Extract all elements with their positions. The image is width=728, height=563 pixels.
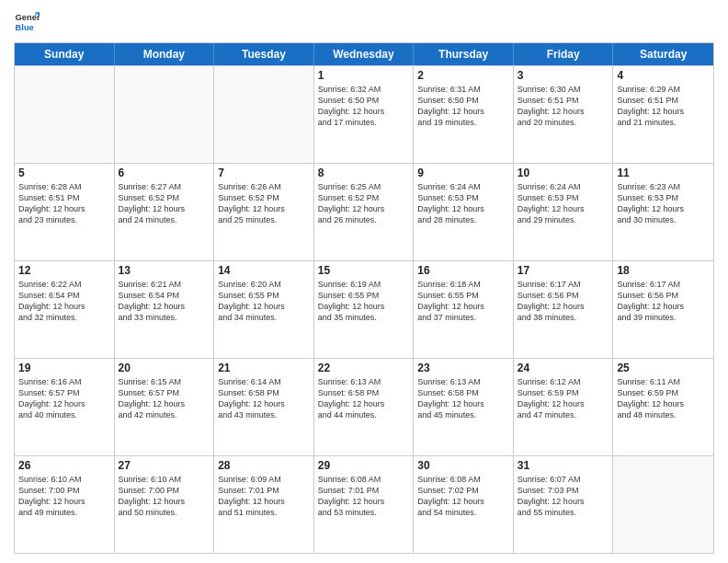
calendar-cell: 26Sunrise: 6:10 AM Sunset: 7:00 PM Dayli…	[15, 456, 115, 553]
calendar-cell: 10Sunrise: 6:24 AM Sunset: 6:53 PM Dayli…	[514, 164, 614, 260]
cell-day-number: 27	[119, 459, 210, 472]
cell-day-number: 6	[119, 167, 210, 179]
calendar-row: 12Sunrise: 6:22 AM Sunset: 6:54 PM Dayli…	[15, 260, 713, 358]
cell-day-number: 18	[617, 264, 710, 277]
cell-info: Sunrise: 6:18 AM Sunset: 6:55 PM Dayligh…	[417, 279, 509, 324]
calendar: SundayMondayTuesdayWednesdayThursdayFrid…	[14, 42, 714, 554]
calendar-cell: 22Sunrise: 6:13 AM Sunset: 6:58 PM Dayli…	[314, 359, 415, 455]
calendar-cell: 30Sunrise: 6:08 AM Sunset: 7:02 PM Dayli…	[414, 456, 514, 553]
calendar-cell: 27Sunrise: 6:10 AM Sunset: 7:00 PM Dayli…	[115, 456, 215, 553]
cell-info: Sunrise: 6:27 AM Sunset: 6:52 PM Dayligh…	[119, 181, 210, 226]
cell-day-number: 29	[318, 459, 410, 472]
cell-info: Sunrise: 6:16 AM Sunset: 6:57 PM Dayligh…	[18, 376, 110, 421]
cell-day-number: 24	[518, 362, 609, 374]
cell-day-number: 4	[617, 69, 710, 82]
cell-day-number: 1	[318, 69, 410, 82]
calendar-cell: 2Sunrise: 6:31 AM Sunset: 6:50 PM Daylig…	[414, 66, 514, 163]
calendar-cell: 16Sunrise: 6:18 AM Sunset: 6:55 PM Dayli…	[414, 261, 514, 358]
header: GeneralBlue	[14, 9, 714, 35]
calendar-row: 19Sunrise: 6:16 AM Sunset: 6:57 PM Dayli…	[15, 358, 713, 455]
cell-info: Sunrise: 6:13 AM Sunset: 6:58 PM Dayligh…	[318, 376, 410, 421]
cell-day-number: 23	[417, 362, 509, 374]
cell-day-number: 9	[417, 167, 509, 179]
calendar-cell: 7Sunrise: 6:26 AM Sunset: 6:52 PM Daylig…	[214, 164, 314, 260]
calendar-cell: 25Sunrise: 6:11 AM Sunset: 6:59 PM Dayli…	[613, 359, 713, 455]
cell-info: Sunrise: 6:21 AM Sunset: 6:54 PM Dayligh…	[119, 279, 210, 324]
cell-day-number: 28	[218, 459, 310, 472]
calendar-cell: 8Sunrise: 6:25 AM Sunset: 6:52 PM Daylig…	[314, 164, 415, 260]
logo: GeneralBlue	[14, 9, 40, 35]
calendar-header: SundayMondayTuesdayWednesdayThursdayFrid…	[15, 43, 713, 65]
cell-info: Sunrise: 6:15 AM Sunset: 6:57 PM Dayligh…	[119, 376, 210, 421]
page: GeneralBlue SundayMondayTuesdayWednesday…	[0, 0, 728, 563]
cell-info: Sunrise: 6:24 AM Sunset: 6:53 PM Dayligh…	[518, 181, 609, 226]
cell-day-number: 7	[218, 167, 310, 179]
calendar-cell: 21Sunrise: 6:14 AM Sunset: 6:58 PM Dayli…	[214, 359, 314, 455]
calendar-body: 1Sunrise: 6:32 AM Sunset: 6:50 PM Daylig…	[15, 65, 713, 553]
calendar-cell: 31Sunrise: 6:07 AM Sunset: 7:03 PM Dayli…	[514, 456, 614, 553]
cell-day-number: 8	[318, 167, 410, 179]
cell-day-number: 16	[417, 264, 509, 277]
cell-info: Sunrise: 6:23 AM Sunset: 6:53 PM Dayligh…	[617, 181, 710, 226]
cell-info: Sunrise: 6:24 AM Sunset: 6:53 PM Dayligh…	[417, 181, 509, 226]
cell-day-number: 13	[119, 264, 210, 277]
calendar-cell: 5Sunrise: 6:28 AM Sunset: 6:51 PM Daylig…	[15, 164, 115, 260]
calendar-cell: 18Sunrise: 6:17 AM Sunset: 6:56 PM Dayli…	[613, 261, 713, 358]
cell-info: Sunrise: 6:08 AM Sunset: 7:02 PM Dayligh…	[417, 474, 509, 519]
calendar-cell: 4Sunrise: 6:29 AM Sunset: 6:51 PM Daylig…	[613, 66, 713, 163]
cell-info: Sunrise: 6:26 AM Sunset: 6:52 PM Dayligh…	[218, 181, 310, 226]
cell-info: Sunrise: 6:09 AM Sunset: 7:01 PM Dayligh…	[218, 474, 310, 519]
cell-info: Sunrise: 6:14 AM Sunset: 6:58 PM Dayligh…	[218, 376, 310, 421]
cell-day-number: 26	[18, 459, 110, 472]
cell-day-number: 30	[417, 459, 509, 472]
cell-day-number: 12	[18, 264, 110, 277]
calendar-cell: 12Sunrise: 6:22 AM Sunset: 6:54 PM Dayli…	[15, 261, 115, 358]
svg-text:Blue: Blue	[16, 23, 34, 32]
cell-info: Sunrise: 6:22 AM Sunset: 6:54 PM Dayligh…	[18, 279, 110, 324]
calendar-cell: 14Sunrise: 6:20 AM Sunset: 6:55 PM Dayli…	[214, 261, 314, 358]
calendar-cell: 9Sunrise: 6:24 AM Sunset: 6:53 PM Daylig…	[414, 164, 514, 260]
logo-icon: GeneralBlue	[14, 9, 40, 35]
calendar-cell: 1Sunrise: 6:32 AM Sunset: 6:50 PM Daylig…	[314, 66, 415, 163]
cell-info: Sunrise: 6:10 AM Sunset: 7:00 PM Dayligh…	[18, 474, 110, 519]
calendar-cell: 23Sunrise: 6:13 AM Sunset: 6:58 PM Dayli…	[414, 359, 514, 455]
calendar-row: 1Sunrise: 6:32 AM Sunset: 6:50 PM Daylig…	[15, 65, 713, 163]
calendar-cell: 28Sunrise: 6:09 AM Sunset: 7:01 PM Dayli…	[214, 456, 314, 553]
calendar-cell	[115, 66, 215, 163]
cell-info: Sunrise: 6:20 AM Sunset: 6:55 PM Dayligh…	[218, 279, 310, 324]
calendar-cell	[214, 66, 314, 163]
cell-day-number: 2	[417, 69, 509, 82]
cell-day-number: 11	[617, 167, 710, 179]
cell-day-number: 14	[218, 264, 310, 277]
cell-info: Sunrise: 6:31 AM Sunset: 6:50 PM Dayligh…	[417, 84, 509, 129]
cell-info: Sunrise: 6:12 AM Sunset: 6:59 PM Dayligh…	[518, 376, 609, 421]
cell-info: Sunrise: 6:13 AM Sunset: 6:58 PM Dayligh…	[417, 376, 509, 421]
cell-info: Sunrise: 6:28 AM Sunset: 6:51 PM Dayligh…	[18, 181, 110, 226]
cell-day-number: 21	[218, 362, 310, 374]
calendar-cell: 13Sunrise: 6:21 AM Sunset: 6:54 PM Dayli…	[115, 261, 215, 358]
cell-info: Sunrise: 6:07 AM Sunset: 7:03 PM Dayligh…	[518, 474, 609, 519]
calendar-cell: 6Sunrise: 6:27 AM Sunset: 6:52 PM Daylig…	[115, 164, 215, 260]
calendar-cell	[613, 456, 713, 553]
cell-info: Sunrise: 6:25 AM Sunset: 6:52 PM Dayligh…	[318, 181, 410, 226]
weekday-header: Thursday	[414, 43, 514, 65]
cell-day-number: 5	[18, 167, 110, 179]
cell-info: Sunrise: 6:17 AM Sunset: 6:56 PM Dayligh…	[617, 279, 710, 324]
cell-info: Sunrise: 6:29 AM Sunset: 6:51 PM Dayligh…	[617, 84, 710, 129]
cell-info: Sunrise: 6:30 AM Sunset: 6:51 PM Dayligh…	[518, 84, 609, 129]
calendar-row: 5Sunrise: 6:28 AM Sunset: 6:51 PM Daylig…	[15, 163, 713, 260]
cell-info: Sunrise: 6:19 AM Sunset: 6:55 PM Dayligh…	[318, 279, 410, 324]
weekday-header: Wednesday	[314, 43, 415, 65]
cell-info: Sunrise: 6:11 AM Sunset: 6:59 PM Dayligh…	[617, 376, 710, 421]
calendar-cell: 17Sunrise: 6:17 AM Sunset: 6:56 PM Dayli…	[514, 261, 614, 358]
calendar-cell: 19Sunrise: 6:16 AM Sunset: 6:57 PM Dayli…	[15, 359, 115, 455]
weekday-header: Friday	[514, 43, 614, 65]
calendar-cell: 24Sunrise: 6:12 AM Sunset: 6:59 PM Dayli…	[514, 359, 614, 455]
cell-day-number: 10	[518, 167, 609, 179]
cell-info: Sunrise: 6:08 AM Sunset: 7:01 PM Dayligh…	[318, 474, 410, 519]
calendar-cell	[15, 66, 115, 163]
cell-day-number: 17	[518, 264, 609, 277]
cell-info: Sunrise: 6:17 AM Sunset: 6:56 PM Dayligh…	[518, 279, 609, 324]
weekday-header: Monday	[115, 43, 215, 65]
calendar-cell: 20Sunrise: 6:15 AM Sunset: 6:57 PM Dayli…	[115, 359, 215, 455]
